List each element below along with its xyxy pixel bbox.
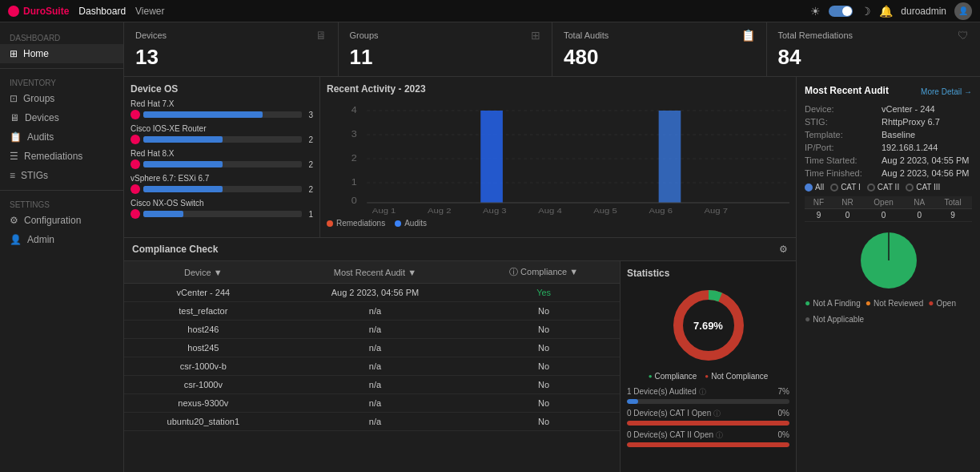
stat-devices-value: 13 — [135, 45, 327, 70]
audit-stig-value: RhttpProxy 6.7 — [882, 117, 940, 127]
compliance-cell: No — [468, 413, 620, 431]
settings-gear-icon[interactable]: ⚙ — [779, 244, 788, 255]
content-area: Device OS Red Hat 7.X 3 Cisco IOS-XE Rou… — [124, 77, 980, 472]
stat-audits-header: Total Audits 📋 — [564, 29, 755, 42]
radio-cat2-dot — [867, 184, 875, 192]
audit-pie-chart — [857, 228, 921, 292]
audits-icon: 📋 — [10, 131, 22, 143]
table-row[interactable]: nexus-9300v n/a No — [124, 394, 620, 413]
os-icon — [131, 184, 140, 194]
device-cell: csr-1000v — [124, 376, 283, 394]
table-row[interactable]: csr-1000v-b n/a No — [124, 357, 620, 376]
recent-activity-panel: Recent Activity - 2023 4 — [320, 77, 796, 237]
sun-icon: ☀ — [810, 5, 821, 18]
stats-legend: ● Compliance ● Not Compliance — [649, 372, 769, 381]
moon-icon: ☽ — [861, 5, 871, 18]
radio-all-label: All — [815, 183, 824, 192]
stat-bar-fill — [627, 421, 789, 426]
os-count: 2 — [305, 160, 313, 169]
audit-ip-field: IP/Port: 192.168.1.244 — [805, 143, 972, 152]
compliance-cell: No — [468, 394, 620, 413]
sidebar-item-groups[interactable]: ⊡ Groups — [0, 89, 123, 108]
sidebar: Dashboard ⊞ Home Inventory ⊡ Groups 🖥 De… — [0, 22, 124, 472]
stat-bars: 1 Device(s) Audited ⓘ 7% 0 Device(s) CAT… — [627, 387, 789, 452]
audit-started-value: Aug 2 2023, 04:55 PM — [882, 155, 969, 165]
stigs-icon: ≡ — [10, 170, 15, 181]
audit-cell: Aug 2 2023, 04:56 PM — [283, 284, 468, 302]
stat-devices-header: Devices 🖥 — [135, 29, 327, 42]
os-bar-track — [143, 161, 302, 167]
sidebar-item-devices[interactable]: 🖥 Devices — [0, 108, 123, 127]
stat-remediations-title: Total Remediations — [778, 30, 853, 40]
avatar[interactable]: 👤 — [954, 2, 972, 20]
table-container[interactable]: Device ▼ Most Recent Audit ▼ ⓘ Complianc… — [124, 261, 620, 472]
layout: Dashboard ⊞ Home Inventory ⊡ Groups 🖥 De… — [0, 22, 980, 472]
table-row[interactable]: csr-1000v n/a No — [124, 376, 620, 394]
svg-text:Aug 6: Aug 6 — [649, 207, 673, 215]
audit-ip-label: IP/Port: — [805, 143, 877, 152]
open-col: Open — [862, 196, 905, 209]
compliance-cell: No — [468, 376, 620, 394]
radio-all[interactable]: All — [805, 183, 824, 192]
home-icon: ⊞ — [10, 48, 18, 59]
os-icon — [131, 209, 140, 219]
sidebar-item-remediations[interactable]: ☰ Remediations — [0, 147, 123, 166]
sidebar-divider1 — [0, 68, 123, 69]
stat-devices: Devices 🖥 13 — [124, 22, 339, 76]
recent-activity-header: Recent Activity - 2023 — [327, 83, 789, 99]
os-item: Cisco NX-OS Switch 1 — [131, 199, 313, 219]
stat-bar-track — [627, 442, 789, 447]
os-items: Red Hat 7.X 3 Cisco IOS-XE Router 2 Red … — [131, 99, 313, 219]
audit-panel-title: Most Recent Audit — [805, 85, 889, 96]
audit-ip-value: 192.168.1.244 — [882, 143, 938, 152]
table-row[interactable]: test_refactor n/a No — [124, 302, 620, 321]
radio-cat2[interactable]: CAT II — [867, 183, 899, 192]
legend-open: ● Open — [928, 297, 956, 309]
os-item: Red Hat 8.X 2 — [131, 149, 313, 169]
table-row[interactable]: ubuntu20_station1 n/a No — [124, 413, 620, 431]
open-val: 0 — [862, 209, 905, 222]
nav-viewer[interactable]: Viewer — [135, 6, 164, 17]
devices-label: Devices — [25, 112, 59, 123]
stat-bar-label: 1 Device(s) Audited ⓘ 7% — [627, 387, 789, 397]
radio-cat1[interactable]: CAT I — [830, 183, 861, 192]
not-reviewed-label: Not Reviewed — [874, 299, 923, 308]
sidebar-item-home[interactable]: ⊞ Home — [0, 44, 123, 63]
sidebar-item-configuration[interactable]: ⚙ Configuration — [0, 211, 123, 230]
stat-bar-item: 0 Device(s) CAT II Open ⓘ 0% — [627, 430, 789, 447]
compliance-cell: Yes — [468, 284, 620, 302]
sidebar-item-admin[interactable]: 👤 Admin — [0, 230, 123, 249]
audit-device-value: vCenter - 244 — [882, 104, 935, 114]
bell-icon[interactable]: 🔔 — [879, 5, 893, 18]
os-icon — [131, 110, 140, 119]
statistics-title: Statistics — [627, 268, 669, 279]
audit-more-detail[interactable]: More Detail → — [921, 87, 972, 96]
sidebar-item-stigs[interactable]: ≡ STIGs — [0, 166, 123, 185]
table-row[interactable]: vCenter - 244 Aug 2 2023, 04:56 PM Yes — [124, 284, 620, 302]
svg-text:Aug 5: Aug 5 — [593, 207, 617, 215]
nr-val: 0 — [833, 209, 862, 222]
not-compliance-legend: ● Not Compliance — [705, 372, 768, 381]
legend-audits: Audits — [395, 219, 427, 228]
not-compliance-legend-label: Not Compliance — [711, 372, 768, 381]
device-cell: vCenter - 244 — [124, 284, 283, 302]
col-audit[interactable]: Most Recent Audit ▼ — [283, 261, 468, 284]
svg-text:2: 2 — [351, 154, 357, 163]
na-val: 0 — [905, 209, 934, 222]
nav-dashboard[interactable]: Dashboard — [78, 6, 126, 17]
table-row[interactable]: host246 n/a No — [124, 321, 620, 339]
radio-cat3-dot — [906, 184, 914, 192]
compliance-title: Compliance Check — [132, 244, 218, 255]
grid-icon: ⊞ — [531, 29, 540, 42]
col-compliance[interactable]: ⓘ Compliance ▼ — [468, 261, 620, 284]
compliance-panel: Compliance Check ⚙ Device ▼ Most Recent … — [124, 238, 796, 472]
theme-toggle[interactable] — [829, 6, 853, 17]
radio-cat1-dot — [830, 184, 838, 192]
topbar-right: ☀ ☽ 🔔 duroadmin 👤 — [810, 2, 972, 20]
svg-text:4: 4 — [351, 106, 357, 115]
radio-cat3[interactable]: CAT III — [906, 183, 940, 192]
table-row[interactable]: host245 n/a No — [124, 339, 620, 357]
sidebar-item-audits[interactable]: 📋 Audits — [0, 127, 123, 147]
col-device[interactable]: Device ▼ — [124, 261, 283, 284]
compliance-header: Compliance Check ⚙ — [124, 238, 796, 261]
